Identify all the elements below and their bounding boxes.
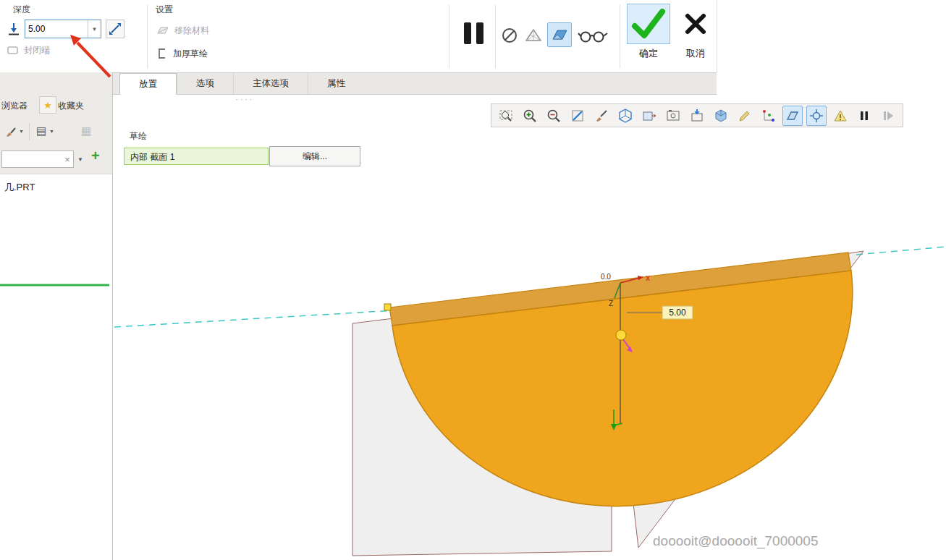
csys-x-arrowhead (638, 276, 643, 280)
depth-drag-handle[interactable] (616, 330, 626, 340)
pause-icon[interactable] (854, 106, 874, 126)
blind-depth-icon (7, 22, 21, 36)
model-tree-item[interactable]: 几.PRT (4, 181, 35, 194)
cancel-x-icon (684, 12, 707, 35)
filter-dropdown-icon[interactable]: ▼ (19, 129, 24, 134)
dimension-value-box[interactable] (662, 306, 693, 319)
placement-panel: ···· 草绘 内部 截面 1 编辑... (114, 95, 376, 181)
dashboard-tab-strip: 放置 选项 主体选项 属性 (113, 73, 717, 95)
tab-properties[interactable]: 属性 (308, 73, 364, 94)
add-filter-icon[interactable]: + (91, 148, 100, 164)
no-preview-icon (501, 27, 518, 44)
navigator-header: 浏览器 ★ 收藏夹 ▼ ▤ ▼ ▦ × ▼ + (0, 72, 112, 174)
settings-group-label: 设置 (156, 4, 173, 16)
navigator-sidebar: 浏览器 ★ 收藏夹 ▼ ▤ ▼ ▦ × ▼ + 几.PRT (0, 72, 113, 560)
tree-settings-icon: ▦ (81, 124, 91, 137)
cancel-label: 取消 (675, 47, 717, 60)
favorites-tab[interactable]: 收藏夹 (58, 100, 84, 112)
ok-check-icon (629, 6, 668, 42)
depth-value-input[interactable] (25, 20, 88, 38)
glasses-verify-icon (578, 28, 608, 44)
direction-arrowhead (627, 347, 633, 352)
depth-dropdown-arrow[interactable]: ▼ (88, 20, 101, 38)
flip-direction-button[interactable] (106, 20, 124, 38)
tree-filter-button[interactable] (3, 124, 19, 140)
datum-centerline (114, 310, 394, 327)
view-normal-icon[interactable] (687, 106, 707, 126)
tab-body-options[interactable]: 主体选项 (233, 73, 308, 94)
browser-tab[interactable]: 浏览器 (1, 100, 28, 112)
cube-outline-icon[interactable] (615, 106, 635, 126)
section-view-icon[interactable] (639, 106, 659, 126)
geometry-preview-icon (550, 25, 569, 44)
panel-drag-handle[interactable]: ···· (114, 96, 376, 103)
warning-icon[interactable] (830, 106, 850, 126)
tree-search-box: × (1, 150, 74, 168)
refit-icon[interactable] (496, 106, 516, 126)
axis-marker-arrowhead (611, 424, 617, 430)
favorites-icon[interactable]: ★ (39, 96, 56, 114)
annotate-icon[interactable] (735, 106, 755, 126)
datum-display-icon[interactable] (759, 106, 779, 126)
remove-material-icon (156, 24, 170, 37)
cancel-button[interactable]: 取消 (675, 4, 717, 60)
depth-type-button[interactable] (4, 20, 23, 38)
csys-x-axis (620, 278, 640, 283)
repaint-icon[interactable] (567, 106, 588, 126)
shaded-cube-icon[interactable] (711, 106, 731, 126)
watermark-text: dooooit@dooooit_7000005 (653, 533, 819, 549)
zoom-out-icon[interactable] (544, 106, 564, 126)
csys-origin-label: 0.0 (601, 273, 611, 281)
tree-list-icon[interactable]: ▤ (36, 124, 46, 137)
list-dropdown-icon[interactable]: ▼ (49, 129, 54, 134)
thicken-sketch-icon (156, 47, 169, 60)
extrude-top-face[interactable] (389, 253, 851, 326)
depth-group-label: 深度 (13, 4, 30, 16)
remove-material-option: 移除材料 (156, 24, 209, 37)
extrude-front-face[interactable] (392, 271, 853, 506)
csys-z-axis (615, 283, 620, 298)
zoom-in-icon[interactable] (520, 106, 540, 126)
brush-icon (4, 125, 17, 138)
capture-icon[interactable] (663, 106, 683, 126)
thicken-sketch-label: 加厚草绘 (173, 48, 208, 60)
edge-handle-square[interactable] (384, 304, 391, 310)
sketch-label: 草绘 (130, 130, 147, 143)
geometry-preview-button[interactable] (547, 22, 572, 47)
datum-plane-right[interactable] (609, 251, 863, 548)
verify-button[interactable] (576, 27, 609, 46)
brush-style-icon[interactable] (591, 106, 612, 126)
tab-options[interactable]: 选项 (177, 73, 233, 94)
depth-value-field: ▼ (25, 20, 101, 38)
step-icon (878, 106, 898, 126)
search-dropdown-icon[interactable]: ▼ (77, 156, 83, 163)
csys-z-label: Z (609, 300, 613, 307)
thicken-sketch-option[interactable]: 加厚草绘 (156, 47, 208, 60)
closed-ends-option: 封闭端 (6, 43, 50, 57)
wireframe-preview-button[interactable] (523, 25, 544, 46)
tab-placement[interactable]: 放置 (119, 73, 177, 95)
flip-direction-icon (108, 22, 122, 36)
datum-plane-toggle-icon[interactable] (782, 106, 803, 126)
clear-search-icon[interactable]: × (62, 154, 73, 165)
datum-plane-left[interactable] (352, 292, 612, 556)
wireframe-preview-icon (524, 26, 543, 45)
star-icon: ★ (43, 100, 52, 111)
sketch-collector-field[interactable]: 内部 截面 1 (124, 148, 269, 165)
tree-search-input[interactable] (2, 154, 62, 164)
datum-centerline-right (856, 247, 946, 255)
csys-x-label: x (646, 273, 650, 283)
pause-button[interactable] (464, 22, 483, 44)
no-preview-button[interactable] (499, 25, 520, 46)
ok-button[interactable]: 确定 (627, 4, 670, 60)
spin-center-toggle-icon[interactable] (806, 106, 827, 126)
closed-ends-label: 封闭端 (24, 44, 50, 56)
remove-material-label: 移除材料 (174, 25, 209, 37)
edit-sketch-button[interactable]: 编辑... (269, 146, 360, 166)
graphics-toolbar (491, 103, 903, 127)
direction-arrow (623, 339, 630, 349)
axis-marker-branch (614, 423, 622, 425)
ok-label: 确定 (627, 47, 670, 60)
ribbon: 深度 ▼ 封闭端 设置 移除材料 (0, 0, 946, 72)
closed-ends-icon (6, 43, 20, 57)
